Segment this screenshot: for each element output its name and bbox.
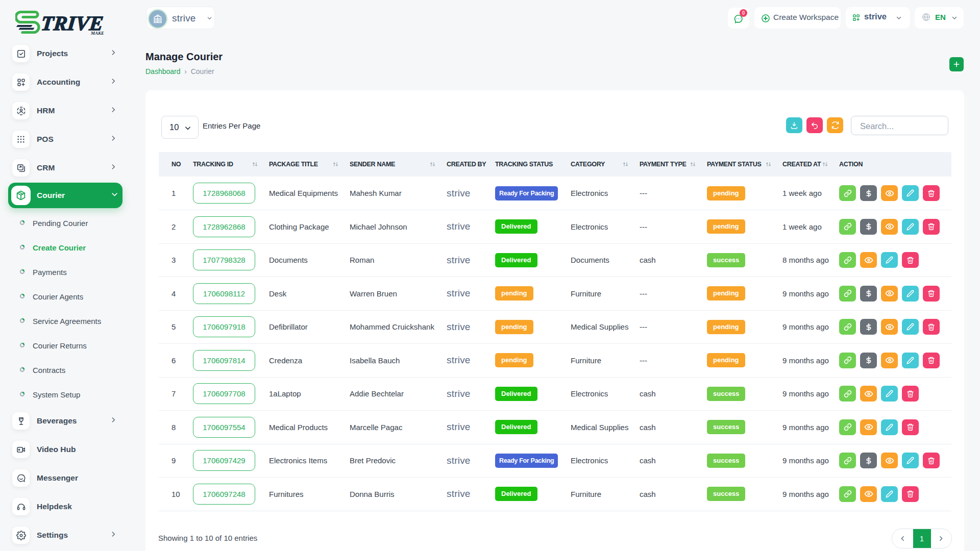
svg-text:MAKE: MAKE <box>90 31 104 36</box>
